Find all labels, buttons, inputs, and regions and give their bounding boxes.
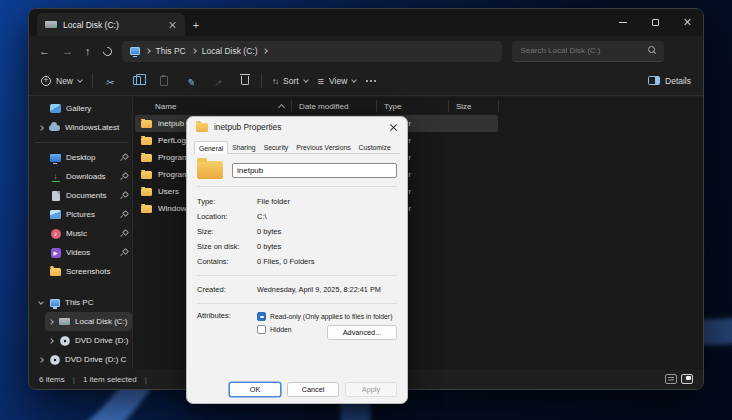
dvd-icon — [50, 355, 60, 365]
search-input[interactable] — [519, 45, 643, 56]
sort-ascending-icon — [279, 103, 284, 108]
column-type[interactable]: Type — [376, 102, 448, 111]
attributes-section: Attributes: Read-only (Only applies to f… — [197, 310, 397, 340]
forward-button[interactable] — [62, 45, 73, 57]
apply-button[interactable]: Apply — [345, 382, 397, 397]
field-size: Size:0 bytes — [197, 224, 397, 239]
delete-button[interactable] — [238, 74, 251, 87]
chevron-down-icon[interactable] — [38, 299, 44, 305]
field-location: Location:C:\ — [197, 209, 397, 224]
tab-local-disk[interactable]: Local Disk (C:) — [37, 13, 185, 36]
navigation-pane: Gallery WindowsLatest Desktop Downloads — [29, 97, 133, 369]
refresh-button[interactable] — [101, 45, 114, 58]
pin-icon — [120, 173, 127, 180]
share-button[interactable] — [211, 74, 224, 87]
folder-icon — [141, 205, 152, 213]
maximize-button[interactable] — [639, 9, 671, 35]
dialog-close-icon[interactable] — [389, 123, 398, 132]
videos-icon — [51, 248, 61, 258]
desktop-icon — [50, 154, 61, 162]
up-button[interactable] — [85, 45, 91, 57]
tab-customize[interactable]: Customize — [355, 141, 395, 153]
tab-sharing[interactable]: Sharing — [228, 141, 259, 153]
chevron-right-icon[interactable] — [38, 357, 44, 363]
pin-icon — [120, 211, 127, 218]
chevron-right-icon[interactable] — [38, 125, 44, 131]
folder-icon — [141, 171, 152, 179]
sidebar-item-documents[interactable]: Documents — [47, 186, 132, 205]
tab-security[interactable]: Security — [260, 141, 293, 153]
readonly-checkbox-row[interactable]: Read-only (Only applies to files in fold… — [257, 310, 397, 323]
sidebar-item-dvd-drive-d-2[interactable]: DVD Drive (D:) C — [35, 350, 132, 369]
minimize-button[interactable] — [607, 9, 639, 35]
search-box[interactable] — [512, 41, 664, 62]
copy-button[interactable] — [130, 74, 143, 87]
details-view-icon[interactable] — [665, 374, 677, 384]
view-button[interactable]: View — [318, 75, 357, 87]
desktop: Local Disk (C:) This PC — [0, 0, 732, 420]
sidebar-item-screenshots[interactable]: Screenshots — [47, 262, 132, 281]
cancel-button[interactable]: Cancel — [287, 382, 339, 397]
column-date-modified[interactable]: Date modified — [291, 102, 376, 111]
pin-icon — [120, 154, 127, 161]
tab-title: Local Disk (C:) — [63, 20, 161, 30]
breadcrumb[interactable]: This PC Local Disk (C:) — [122, 41, 502, 62]
chevron-down-icon — [77, 77, 83, 83]
sort-button[interactable]: Sort — [272, 76, 308, 86]
dvd-icon — [60, 336, 70, 346]
search-icon — [648, 46, 657, 55]
readonly-checkbox[interactable] — [257, 312, 266, 321]
rename-button[interactable] — [184, 74, 197, 87]
column-size[interactable]: Size — [448, 102, 498, 111]
breadcrumb-local-disk[interactable]: Local Disk (C:) — [202, 46, 258, 56]
paste-button[interactable] — [157, 74, 170, 87]
dialog-title-bar: inetpub Properties — [187, 117, 407, 137]
field-type: Type:File folder — [197, 194, 397, 209]
sidebar-item-music[interactable]: Music — [47, 224, 132, 243]
chevron-right-icon — [145, 48, 151, 54]
new-tab-button[interactable] — [185, 14, 207, 36]
view-toggles — [665, 374, 693, 384]
maximize-icon — [652, 19, 659, 26]
sidebar-item-dvd-drive-d[interactable]: DVD Drive (D:) — [45, 331, 132, 350]
this-pc-icon — [130, 47, 140, 55]
sort-icon — [272, 76, 278, 86]
file-tools — [103, 74, 251, 87]
sidebar-item-gallery[interactable]: Gallery — [47, 99, 132, 118]
pictures-icon — [50, 210, 61, 219]
large-icons-view-icon[interactable] — [681, 374, 693, 384]
tab-general[interactable]: General — [194, 141, 228, 154]
ok-button[interactable]: OK — [229, 382, 281, 397]
window-controls — [607, 9, 703, 35]
breadcrumb-this-pc[interactable]: This PC — [156, 46, 186, 56]
cut-button[interactable] — [103, 74, 116, 87]
tab-close-icon[interactable] — [167, 20, 177, 30]
chevron-right-icon — [191, 48, 197, 54]
tab-bar: Local Disk (C:) — [29, 9, 703, 36]
close-button[interactable] — [671, 9, 703, 35]
new-button[interactable]: New — [41, 76, 82, 86]
sidebar-item-local-disk-c[interactable]: Local Disk (C:) — [45, 312, 132, 331]
sidebar-item-this-pc[interactable]: This PC — [35, 293, 132, 312]
advanced-button[interactable]: Advanced... — [327, 325, 397, 340]
more-button[interactable] — [366, 80, 376, 82]
sidebar-item-videos[interactable]: Videos — [47, 243, 132, 262]
selection-count: 1 item selected — [83, 375, 137, 384]
sidebar-item-pictures[interactable]: Pictures — [47, 205, 132, 224]
sidebar-item-windowslatest[interactable]: WindowsLatest — [35, 118, 132, 137]
hidden-checkbox[interactable] — [257, 325, 266, 334]
folder-name-input[interactable] — [232, 163, 397, 178]
sidebar-item-desktop[interactable]: Desktop — [47, 148, 132, 167]
back-button[interactable] — [39, 45, 50, 57]
tab-previous-versions[interactable]: Previous Versions — [292, 141, 354, 153]
details-pane-button[interactable]: Details — [648, 76, 691, 86]
chevron-right-icon[interactable] — [48, 319, 54, 325]
drive-icon — [45, 21, 57, 28]
sidebar-item-downloads[interactable]: Downloads — [47, 167, 132, 186]
folder-icon — [141, 188, 152, 196]
column-name[interactable]: Name — [133, 102, 291, 111]
chevron-right-icon[interactable] — [48, 338, 54, 344]
address-bar: This PC Local Disk (C:) — [29, 36, 703, 66]
folder-icon — [141, 120, 152, 128]
new-icon — [41, 76, 51, 86]
